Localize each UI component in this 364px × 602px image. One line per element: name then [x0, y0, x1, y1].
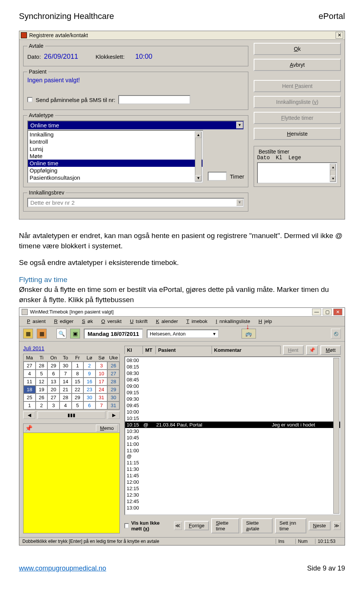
henviste-button[interactable]: Henviste — [254, 128, 341, 140]
table-row[interactable]: 12:15 — [125, 485, 340, 492]
table-row[interactable]: 12:30 — [125, 492, 340, 498]
calendar-day[interactable]: 11 — [24, 378, 36, 386]
calendar-day[interactable]: 1 — [24, 401, 36, 409]
menu-item[interactable]: Utskrift — [126, 318, 150, 325]
table-row[interactable]: 12:00 — [125, 479, 340, 485]
calendar-day[interactable]: 29 — [47, 362, 60, 370]
calendar-day[interactable]: 26 — [36, 393, 48, 401]
table-row[interactable]: 11:00 @ — [125, 447, 340, 459]
table-row[interactable]: 11:30 — [125, 466, 340, 472]
minimize-icon[interactable]: — — [312, 309, 321, 315]
calendar-next[interactable]: ▶ — [108, 411, 120, 419]
table-row[interactable]: 11:45 — [125, 472, 340, 479]
calendar-day[interactable]: 21 — [60, 386, 72, 393]
chevron-down-icon[interactable]: ▼ — [236, 122, 243, 129]
calendar-day[interactable]: 16 — [83, 378, 96, 386]
menu-item[interactable]: Pasient — [22, 318, 48, 325]
calendar-day[interactable]: 30 — [60, 362, 72, 370]
calendar-day[interactable]: 7 — [96, 401, 108, 409]
table-row[interactable]: 11:15 — [125, 459, 340, 466]
calendar-scroll[interactable]: ▮▮▮ — [38, 411, 105, 419]
klokkeslett-value[interactable]: 10:00 — [135, 53, 152, 61]
footer-link[interactable]: www.compugroupmedical.no — [19, 564, 106, 572]
current-date[interactable]: Mandag 18/07/2011 — [84, 329, 143, 339]
calendar-day[interactable]: 25 — [24, 393, 36, 401]
ok-button[interactable]: Ok — [254, 43, 341, 55]
chevron-down-icon[interactable]: ▼ — [236, 199, 243, 206]
calendar-day[interactable]: 4 — [60, 401, 72, 409]
table-row[interactable]: 10:30 — [125, 428, 340, 434]
innkallingsliste-button[interactable]: Innkallingsliste (v) — [254, 96, 341, 108]
bestilte-listbox[interactable]: ▴▾ — [257, 162, 337, 183]
menu-item[interactable]: Timebok — [182, 318, 210, 325]
calendar-day[interactable]: 6 — [47, 370, 60, 378]
calendar-day[interactable]: 4 — [24, 370, 36, 378]
table-row[interactable]: 08:15 — [125, 364, 340, 370]
calendar-day[interactable]: 3 — [47, 401, 60, 409]
listbox-scrollbar[interactable]: ▲▼ — [195, 132, 202, 182]
table-row[interactable]: 08:45 — [125, 376, 340, 383]
calendar-day[interactable]: 27 — [24, 362, 36, 370]
calendar-day[interactable]: 28 — [36, 362, 48, 370]
calendar-day[interactable]: 29 — [72, 393, 84, 401]
hent-pasient-button[interactable]: Hent Pasient — [254, 80, 341, 92]
list-item[interactable]: kontroll — [28, 138, 202, 145]
memo-button[interactable]: Memo — [96, 425, 118, 432]
calendar-day[interactable]: 18 — [24, 386, 36, 393]
calendar-day[interactable]: 22 — [72, 386, 84, 393]
table-row[interactable]: 09:00 — [125, 383, 340, 389]
list-item[interactable]: Online time — [28, 160, 202, 167]
table-row[interactable]: 09:30 — [125, 396, 340, 402]
list-item[interactable]: Oppfølging — [28, 167, 202, 174]
calendar-prev[interactable]: ◀ — [23, 411, 35, 419]
table-row[interactable]: 11:00 — [125, 441, 340, 447]
flyttede-timer-button[interactable]: Flyttede timer — [254, 112, 341, 124]
calendar-day[interactable]: 2 — [36, 401, 48, 409]
calendar-day[interactable]: 19 — [36, 386, 48, 393]
exit-icon[interactable]: ⎋ — [331, 329, 341, 339]
table-row[interactable]: 09:45 — [125, 402, 340, 409]
menu-item[interactable]: Hjelp — [254, 318, 275, 325]
toolbar-icon-1[interactable]: ▦ — [23, 329, 33, 339]
avbryt-button[interactable]: Avbryt — [254, 59, 341, 71]
timer-input[interactable] — [208, 172, 227, 181]
calendar-day[interactable]: 5 — [72, 401, 84, 409]
list-item[interactable]: Innkalling — [28, 131, 202, 138]
menu-item[interactable]: Kalender — [151, 318, 180, 325]
table-row[interactable]: 13:00 — [125, 505, 340, 511]
menu-item[interactable]: Oversikt — [97, 318, 124, 325]
timelist-scrollbar[interactable] — [333, 358, 339, 514]
prev-page-icon[interactable]: ≪ — [174, 522, 182, 530]
memo-area[interactable] — [24, 433, 119, 533]
sms-checkbox[interactable] — [27, 97, 33, 102]
calendar-day[interactable]: 31 — [96, 393, 108, 401]
hent-button[interactable]: Hent — [283, 345, 304, 355]
calendar-day[interactable]: 10 — [96, 370, 108, 378]
calendar-day[interactable]: 12 — [36, 378, 48, 386]
close-icon[interactable]: ✕ — [336, 32, 343, 39]
calendar-day[interactable]: 15 — [72, 378, 84, 386]
innkallingsbrev-combo[interactable]: Dette er brev nr 2 ▼ — [27, 198, 244, 207]
maximize-icon[interactable]: ▢ — [323, 309, 332, 315]
calendar-day[interactable]: 8 — [72, 370, 84, 378]
calendar-day[interactable]: 1 — [72, 362, 84, 370]
list-item[interactable]: Pasientkonsultasjon — [28, 174, 202, 181]
calendar-day[interactable]: 5 — [36, 370, 48, 378]
calendar-day[interactable]: 30 — [83, 393, 96, 401]
toolbar-icon-2[interactable]: ▦ — [37, 329, 47, 339]
table-row-selected[interactable]: 10:15 @ 21.03.84 Paul, Portal Jeg er von… — [125, 422, 340, 428]
calendar-day[interactable]: 17 — [96, 378, 108, 386]
list-item[interactable]: Lunsj — [28, 145, 202, 152]
list-item[interactable]: Møte — [28, 152, 202, 160]
move-bus-icon[interactable]: ↓🚌 — [242, 329, 256, 339]
calendar-day[interactable]: 6 — [83, 401, 96, 409]
menu-item[interactable]: Rediger — [49, 318, 76, 325]
menu-item[interactable]: Søk — [77, 318, 95, 325]
calendar-day[interactable]: 27 — [47, 393, 60, 401]
pin-icon[interactable]: 📌 — [306, 345, 318, 355]
table-row[interactable]: 08:30 — [125, 370, 340, 376]
table-row[interactable]: 10:15 — [125, 415, 340, 422]
calendar-day[interactable]: 3 — [96, 362, 108, 370]
today-icon[interactable]: ▣ — [70, 329, 80, 339]
calendar-day[interactable]: 9 — [83, 370, 96, 378]
